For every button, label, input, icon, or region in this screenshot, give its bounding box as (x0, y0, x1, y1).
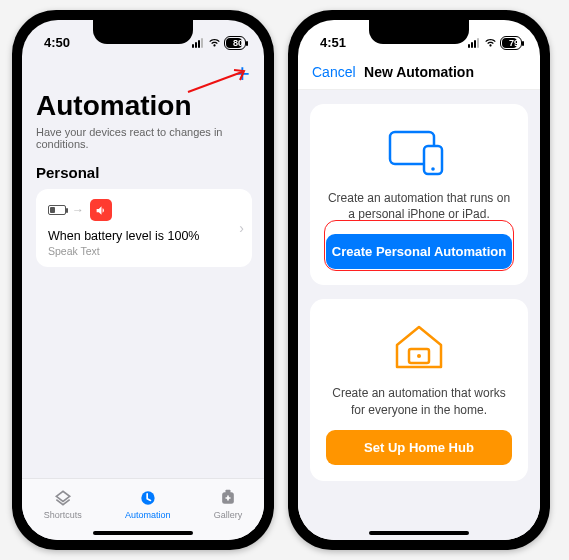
automation-card[interactable]: → When battery level is 100% Speak Text … (36, 189, 252, 267)
nav-bar: Cancel New Automation (298, 54, 540, 90)
notch (369, 20, 469, 44)
card-title: When battery level is 100% (48, 229, 240, 243)
create-personal-button[interactable]: Create Personal Automation (326, 234, 512, 269)
devices-icon (384, 122, 454, 182)
card-subtitle: Speak Text (48, 245, 240, 257)
chevron-right-icon: › (239, 220, 244, 236)
tab-gallery[interactable]: Gallery (214, 488, 243, 520)
tab-label: Shortcuts (44, 510, 82, 520)
status-time: 4:51 (320, 35, 346, 50)
home-automation-card: Create an automation that works for ever… (310, 299, 528, 480)
battery-level-icon (48, 205, 66, 215)
shortcuts-icon (52, 488, 74, 508)
status-icons: 79 (468, 36, 522, 50)
tab-label: Gallery (214, 510, 243, 520)
automation-screen: + Automation Have your devices react to … (22, 54, 264, 478)
svg-point-8 (417, 354, 421, 358)
home-desc: Create an automation that works for ever… (326, 385, 512, 417)
personal-automation-card: Create an automation that runs on a pers… (310, 104, 528, 285)
tab-shortcuts[interactable]: Shortcuts (44, 488, 82, 520)
svg-point-6 (431, 167, 435, 171)
screen-right: 4:51 79 Cancel New Automation (298, 20, 540, 540)
status-time: 4:50 (44, 35, 70, 50)
speak-text-icon (90, 199, 112, 221)
svg-rect-3 (226, 489, 231, 492)
personal-desc: Create an automation that runs on a pers… (326, 190, 512, 222)
nav-title: New Automation (364, 64, 474, 80)
wifi-icon (484, 38, 497, 48)
tab-label: Automation (125, 510, 171, 520)
svg-line-0 (188, 72, 242, 92)
gallery-icon (217, 488, 239, 508)
battery-icon: 79 (500, 36, 522, 50)
home-indicator[interactable] (369, 531, 469, 535)
notch (93, 20, 193, 44)
home-indicator[interactable] (93, 531, 193, 535)
phone-right: 4:51 79 Cancel New Automation (288, 10, 550, 550)
setup-home-hub-button[interactable]: Set Up Home Hub (326, 430, 512, 465)
section-personal: Personal (36, 164, 252, 181)
automation-icon (137, 488, 159, 508)
battery-percent: 80 (233, 38, 243, 48)
battery-icon: 80 (224, 36, 246, 50)
home-icon (389, 317, 449, 377)
signal-icon (192, 38, 203, 48)
wifi-icon (208, 38, 221, 48)
new-automation-body: Create an automation that runs on a pers… (298, 90, 540, 540)
page-subtitle: Have your devices react to changes in co… (36, 126, 252, 150)
cancel-button[interactable]: Cancel (312, 64, 356, 80)
highlight-annotation: Create Personal Automation (326, 222, 512, 269)
screen-left: 4:50 80 + Automation Have your d (22, 20, 264, 540)
phone-left: 4:50 80 + Automation Have your d (12, 10, 274, 550)
battery-percent: 79 (509, 38, 519, 48)
annotation-arrow (184, 68, 254, 98)
arrow-icon: → (72, 203, 84, 217)
tab-automation[interactable]: Automation (125, 488, 171, 520)
signal-icon (468, 38, 479, 48)
status-icons: 80 (192, 36, 246, 50)
card-icons: → (48, 199, 240, 221)
